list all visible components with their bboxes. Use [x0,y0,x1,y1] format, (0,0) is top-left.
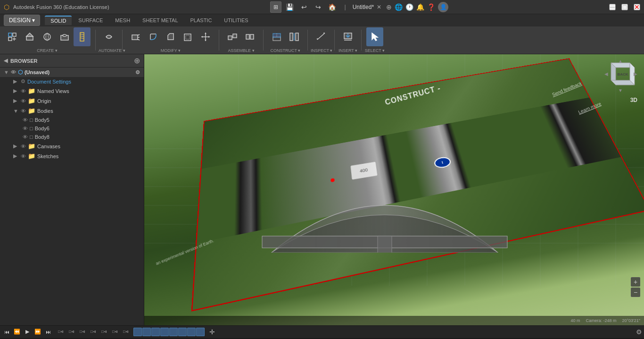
offset-plane-btn[interactable] [268,27,285,46]
select-btn[interactable] [366,27,383,46]
rigid-group-btn[interactable] [241,27,258,46]
browser-title: BROWSER [10,58,37,64]
browser-item-root[interactable]: ▼ 👁 ⬡ (Unsaved) ⚙ [0,68,144,77]
automate-btn[interactable] [100,27,117,46]
visibility-eye[interactable]: 👁 [11,69,16,75]
notif-btn[interactable]: 🔔 [416,3,424,11]
help-btn[interactable]: ❓ [427,3,435,11]
web-btn[interactable]: 🌐 [395,3,403,11]
tl-icon-4[interactable]: □⊲ [88,327,99,337]
timeline-settings-btn[interactable]: ⚙ [636,328,642,336]
tool-group-select: SELECT ▾ [364,26,385,54]
browser-item-body8[interactable]: 👁 □ Body8 [0,133,144,141]
visibility-eye-canvases[interactable]: 👁 [21,144,26,149]
clock-btn[interactable]: 🕐 [405,3,413,11]
timeline-controls: ⏮ ⏪ ▶ ⏩ ⏭ □⊲ □⊲ □⊲ □⊲ □⊲ □⊲ □⊲ [0,326,644,339]
redo-btn[interactable]: ↪ [313,1,324,13]
midplane-btn[interactable] [286,27,303,46]
tl-block-3[interactable] [151,328,160,336]
shell-btn[interactable] [180,27,197,46]
new-component-btn[interactable] [4,27,21,46]
play-btn[interactable]: ▶ [23,327,32,337]
revolve-btn[interactable] [39,27,56,46]
skip-forward-btn[interactable]: ⏭ [43,327,53,337]
camera-label: Camera: -248 m [586,318,616,323]
thread-btn[interactable] [74,27,91,46]
tab-solid[interactable]: SOLID [45,16,72,25]
viewcube[interactable]: BACK ▼ ◀ ▶ ▲ [602,59,639,97]
tl-icon-6[interactable]: □⊲ [110,327,120,337]
fillet-btn[interactable] [145,27,162,46]
close-btn[interactable]: ✕ [634,4,640,10]
browser-item-sketches[interactable]: ▶ 👁 📁 Sketches [0,151,144,161]
svg-rect-37 [290,33,293,41]
browser-options-btn[interactable]: ⊕ [134,56,140,65]
insert-btn[interactable] [339,27,356,46]
visibility-eye-origin[interactable]: 👁 [21,98,26,104]
tl-block-6[interactable] [178,328,187,336]
skip-back-btn[interactable]: ⏮ [2,327,11,337]
visibility-eye-body5[interactable]: 👁 [23,117,28,123]
browser-item-named-views[interactable]: ▶ 👁 📁 Named Views [0,86,144,96]
grid-btn[interactable]: ⊞ [270,1,281,13]
undo-btn[interactable]: ↩ [298,1,310,13]
close-tab-btn[interactable]: ✕ [377,4,381,10]
browser-item-canvases[interactable]: ▶ 👁 📁 Canvases [0,141,144,151]
add-feature-btn[interactable]: ✛ [207,327,217,337]
tl-block-4[interactable] [160,328,169,336]
tl-icon-7[interactable]: □⊲ [121,327,131,337]
tl-icon-2[interactable]: □⊲ [66,327,77,337]
zoom-in-btn[interactable]: + [631,277,640,287]
design-button[interactable]: DESIGN ▾ [4,15,40,26]
new-tab-btn[interactable]: ⊕ [386,3,392,11]
avatar[interactable]: 👤 [438,2,448,12]
visibility-eye-body8[interactable]: 👁 [23,134,28,140]
measure-btn[interactable] [313,27,330,46]
browser-collapse-icon[interactable]: ◀ [4,58,8,64]
save-btn[interactable]: 💾 [284,1,296,13]
home-btn[interactable]: 🏠 [327,1,338,13]
step-back-btn[interactable]: ⏪ [12,327,22,337]
push-pull-btn[interactable] [127,27,144,46]
tab-sheet-metal[interactable]: SHEET METAL [137,16,183,25]
browser-item-origin[interactable]: ▶ 👁 📁 Origin [0,96,144,106]
zoom-controls: + − [631,277,640,297]
extrude-btn[interactable] [21,27,38,46]
tl-block-7[interactable] [187,328,196,336]
move-btn[interactable] [197,27,214,46]
viewport[interactable]: 400 I [144,54,644,325]
visibility-eye-sketches[interactable]: 👁 [21,153,26,159]
svg-line-40 [317,33,325,40]
tl-icon-3[interactable]: □⊲ [77,327,88,337]
body-icon-5: □ [30,117,33,123]
maximize-btn[interactable]: □ [621,4,628,10]
browser-item-doc-settings[interactable]: ▶ ⚙ Document Settings [0,77,144,86]
settings-icon[interactable]: ⚙ [135,69,140,76]
tab-mesh[interactable]: MESH [109,16,136,25]
tl-icon-5[interactable]: □⊲ [99,327,109,337]
tl-block-8[interactable] [196,328,205,336]
tab-surface[interactable]: SURFACE [73,16,108,25]
visibility-eye-namedviews[interactable]: 👁 [21,88,26,94]
tl-block-5[interactable] [169,328,178,336]
visibility-eye-bodies[interactable]: 👁 [21,108,26,114]
tl-icon-1[interactable]: □⊲ [56,327,66,337]
chamfer-btn[interactable] [162,27,179,46]
browser-item-bodies[interactable]: ▼ 👁 📁 Bodies [0,106,144,116]
tl-block-1[interactable] [133,328,142,336]
joint-btn[interactable] [224,27,241,46]
minimize-btn[interactable]: ─ [609,4,616,10]
browser-item-body6[interactable]: 👁 □ Body6 [0,124,144,133]
tab-plastic[interactable]: PLASTIC [185,16,218,25]
tl-block-2[interactable] [142,328,151,336]
tools-row: CREATE ▾ AUTOMATE ▾ [0,26,644,54]
svg-rect-38 [296,33,298,41]
svg-rect-20 [184,34,191,41]
visibility-eye-body6[interactable]: 👁 [23,126,28,131]
sep5 [307,30,308,51]
step-forward-btn[interactable]: ⏩ [33,327,42,337]
hole-btn[interactable] [56,27,73,46]
tab-utilities[interactable]: UTILITIES [218,16,254,25]
browser-item-body5[interactable]: 👁 □ Body5 [0,116,144,124]
zoom-out-btn[interactable]: − [631,288,640,297]
